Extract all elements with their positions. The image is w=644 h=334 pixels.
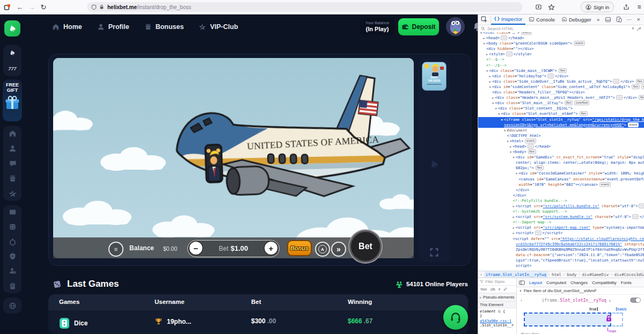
share-icon[interactable]	[620, 4, 632, 11]
bet-increase-button[interactable]: +	[265, 242, 277, 255]
rule-selector[interactable]: .Slot_slotIn__r	[480, 323, 515, 328]
autoplay-button[interactable]: A	[315, 242, 330, 257]
place-bet-button[interactable]: Bet	[349, 230, 382, 263]
support-chat-button[interactable]	[443, 305, 468, 330]
devtools-tree-row[interactable]: <!--Polyfills bundle.-->	[478, 198, 644, 204]
devtools-tree-row[interactable]: <!DOCTYPE html>	[478, 133, 644, 139]
devtools-tree-row[interactable]: <script defer="" src="https://static.clo…	[478, 236, 644, 242]
site-logo[interactable]: ♠	[4, 20, 20, 37]
tab-app-icon[interactable]	[0, 4, 14, 11]
devtools-tree-row[interactable]: ▼<div class="Slot_main__1Ctuy">flexoverf…	[478, 100, 644, 106]
pseudo-class-toggle[interactable]: :hov	[480, 287, 487, 291]
nav-item-profile[interactable]: Profile	[97, 23, 129, 31]
breadcrumb-scroll-left-icon[interactable]: ‹	[478, 272, 484, 277]
deposit-button[interactable]: Deposit	[398, 18, 439, 35]
devtools-tree-row[interactable]: </div>	[478, 193, 644, 198]
class-toggle[interactable]: .cls	[489, 287, 495, 291]
devtools-tree-row[interactable]: ▶<div class="Side_sideOver__IfuBk Side_a…	[478, 79, 644, 84]
sidebar-item-affiliate[interactable]	[3, 264, 21, 278]
lock-icon[interactable]	[99, 4, 104, 10]
reload-button[interactable]: ↻	[38, 3, 49, 11]
devtools-tree-row[interactable]: ▶<script src="src/system.bundle.js" char…	[478, 214, 644, 220]
split-console-icon[interactable]	[605, 17, 611, 23]
url-bar[interactable]: helixbet.me/instant/drop_the_boss	[87, 2, 523, 12]
fast-play-button[interactable]: »	[331, 242, 346, 257]
game-thumbnail[interactable]: DROPTHE BOSS	[422, 62, 447, 91]
forward-button[interactable]: →	[26, 3, 38, 11]
sidebar-item-language[interactable]	[3, 298, 21, 313]
back-button[interactable]: ←	[14, 3, 26, 11]
filter-styles-input[interactable]: Filter Styles	[478, 278, 516, 286]
flex-highlight-toggle[interactable]	[630, 297, 641, 303]
devtools-tree-row[interactable]: ▼<body>flex	[478, 149, 644, 155]
devtools-tree-row[interactable]: sessionID=1&rgs_url=helixbet.me&lang=en&…	[478, 122, 644, 128]
devtools-tree-row[interactable]: ▶<style>⋯</style>	[478, 52, 644, 57]
devtools-tree-row[interactable]: ▼<iframe class="Slot_slotIn__ryYuq" src=…	[478, 117, 644, 122]
devtools-tree-row[interactable]: ▶<script src="src/import-map.json" type=…	[478, 225, 644, 230]
game-canvas[interactable]: UNITED STATES OF AMERICA	[53, 58, 414, 258]
sidebar-toggle-icon[interactable]	[519, 280, 525, 285]
responsive-mode-icon[interactable]	[616, 16, 622, 23]
game-menu-button[interactable]: ≡	[108, 242, 123, 257]
more-tabs-icon[interactable]: »	[595, 17, 602, 23]
sidebar-item-vip[interactable]	[3, 186, 21, 201]
devtools-menu-icon[interactable]: ⋯	[627, 17, 632, 23]
breadcrumb-item[interactable]: div#GameDiv	[581, 272, 611, 277]
fullscreen-button[interactable]	[430, 248, 438, 257]
bookmark-star-icon[interactable]	[545, 4, 557, 11]
nav-item-home[interactable]: Home	[52, 23, 82, 31]
sidebar-item-games[interactable]	[3, 220, 21, 234]
devtools-tree-row[interactable]: ▼<div class="Side_main__l9CWM">flex	[478, 68, 644, 74]
devtools-tree-row[interactable]: </div>	[478, 187, 644, 193]
devtools-tree-row[interactable]: <div class="Headers_filler__T6F6Q"></div…	[478, 90, 644, 95]
devtools-close-icon[interactable]: ×	[637, 16, 640, 23]
style-tab-computed[interactable]: Computed	[546, 280, 566, 285]
app-menu-icon[interactable]: ≡	[633, 3, 644, 11]
eyedropper-icon[interactable]	[636, 26, 641, 31]
style-tab-compatibility[interactable]: Compatibility	[592, 280, 617, 285]
pseudo-elements-section[interactable]: ▸Pseudo-elements	[478, 293, 516, 302]
devtools-tree-row[interactable]: <canvas id="GameCanvas" oncontextmenu="e…	[478, 177, 644, 182]
search-html-input[interactable]: Search HTML	[487, 26, 630, 31]
node-picker-icon[interactable]	[478, 16, 491, 23]
devtools-tree-row[interactable]: ▼<body class="greenColorDSGN sideOpen">e…	[478, 41, 644, 46]
add-node-icon[interactable]: +	[632, 26, 634, 31]
user-avatar[interactable]	[446, 17, 465, 36]
nav-item-bonuses[interactable]: Bonuses	[144, 23, 184, 31]
pen-icon[interactable]	[503, 287, 507, 291]
stylesheet-link[interactable]: a543a90e.css:1	[480, 319, 515, 323]
sign-in-button[interactable]: Sign in	[581, 2, 614, 12]
notifications-bell[interactable]	[472, 21, 478, 32]
sidebar-item-terms[interactable]	[3, 279, 21, 293]
sidebar-item-home[interactable]	[3, 126, 21, 141]
flex-item-section-header[interactable]: ▼ Flex Item of div.Slot_overSlot__etAmF	[517, 287, 644, 295]
devtools-tree-row[interactable]: ▼<div id="Cocos3dGameContainer" style="w…	[478, 171, 644, 176]
devtools-tree-row[interactable]: ▼<div class="Slot_content__EQJoL">	[478, 106, 644, 111]
breadcrumb-item[interactable]: html	[550, 272, 563, 277]
sidebar-item-casino[interactable]: ♠	[3, 46, 21, 61]
devtools-tree-row[interactable]: 602px;">flex	[478, 165, 644, 171]
devtools-tree-row[interactable]: ▼#document	[478, 128, 644, 133]
devtools-tree-row[interactable]: ▶<div class="holidayTop">⋯</div>	[478, 74, 644, 79]
devtools-tree-row[interactable]: width="1070" height="602"></canvas>event	[478, 182, 644, 187]
sidebar-item-guide[interactable]	[3, 205, 21, 220]
sidebar-item-history[interactable]	[3, 235, 21, 249]
sidebar-item-chat[interactable]	[3, 156, 21, 171]
add-rule-icon[interactable]: +	[498, 287, 501, 292]
devtools-tree-row[interactable]: ▼<div id="sideContent" class="Side_conte…	[478, 84, 644, 90]
bonus-button[interactable]: Bonus	[287, 240, 312, 256]
devtools-tree-row[interactable]: igin":true,"cfSpeedBrain":true},"locatio…	[478, 258, 644, 263]
style-tab-layout[interactable]: Layout	[529, 280, 542, 285]
devtools-tree-row[interactable]: ▶<head>⋯</head>	[478, 144, 644, 149]
devtools-tree-row[interactable]: <!--$-->	[478, 57, 644, 62]
sidebar-item-bonuses[interactable]	[3, 171, 21, 186]
bet-decrease-button[interactable]: −	[189, 242, 202, 255]
tab-debugger[interactable]: Debugger	[558, 14, 595, 25]
element-inline-rule[interactable]: element ⧉ {	[480, 309, 515, 314]
devtools-tree-row[interactable]: <div hidden=""></div>	[478, 46, 644, 52]
nav-item-vip-club[interactable]: VIP-Club	[199, 23, 238, 31]
devtools-tree-row[interactable]: ▶<script>⋯</script>	[478, 230, 644, 236]
breadcrumb-item[interactable]: iframe.Slot_slotIn__ryYuq	[484, 271, 548, 278]
devtools-tree-row[interactable]: ▶<script src="src/polyfills.bundle.js" c…	[478, 204, 644, 209]
devtools-tree-row[interactable]: ▼<div id="GameDiv" cc_exact_fit_screen="…	[478, 155, 644, 160]
